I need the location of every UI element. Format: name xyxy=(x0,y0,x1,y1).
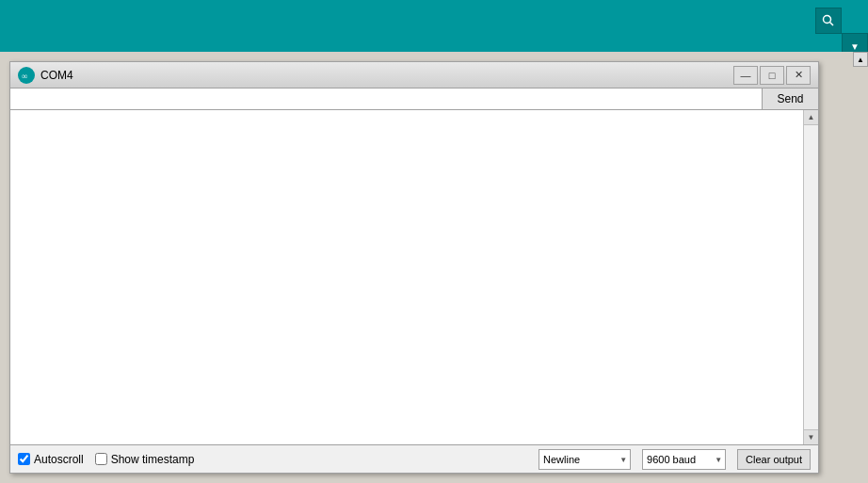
output-scrollbar: ▲ ▼ xyxy=(803,110,818,444)
maximize-button[interactable]: □ xyxy=(760,66,784,85)
up-arrow-icon: ▲ xyxy=(808,113,815,121)
baud-select[interactable]: 300 baud 1200 baud 2400 baud 4800 baud 9… xyxy=(642,449,726,470)
timestamp-checkbox[interactable] xyxy=(95,453,107,465)
newline-select-wrapper: No line ending Newline Carriage return B… xyxy=(538,449,631,470)
up-arrow-icon: ▲ xyxy=(857,56,864,64)
scrollbar-down-button[interactable]: ▼ xyxy=(804,429,818,444)
bottom-bar: Autoscroll Show timestamp No line ending… xyxy=(10,444,818,473)
title-bar: ∞ COM4 — □ ✕ xyxy=(10,62,818,89)
send-button[interactable]: Send xyxy=(762,89,818,109)
clear-output-button[interactable]: Clear output xyxy=(737,449,811,470)
newline-select[interactable]: No line ending Newline Carriage return B… xyxy=(538,449,631,470)
autoscroll-text: Autoscroll xyxy=(34,453,84,466)
chevron-down-icon: ▼ xyxy=(850,41,860,52)
minimize-button[interactable]: — xyxy=(733,66,758,85)
scrollbar-up-button[interactable]: ▲ xyxy=(804,110,818,125)
timestamp-label[interactable]: Show timestamp xyxy=(95,453,195,466)
scroll-up-arrow[interactable]: ▲ xyxy=(853,52,868,67)
app-icon: ∞ xyxy=(18,67,35,84)
search-button[interactable] xyxy=(815,8,842,34)
top-toolbar: ▼ xyxy=(0,0,868,52)
main-area: ∞ COM4 — □ ✕ Send ▲ ▼ xyxy=(0,52,853,483)
svg-point-0 xyxy=(824,16,831,24)
autoscroll-label[interactable]: Autoscroll xyxy=(18,453,84,466)
timestamp-text: Show timestamp xyxy=(111,453,195,466)
serial-monitor-window: ∞ COM4 — □ ✕ Send ▲ ▼ xyxy=(9,61,819,474)
input-row: Send xyxy=(10,89,818,110)
output-area: ▲ ▼ xyxy=(10,110,818,444)
baud-select-wrapper: 300 baud 1200 baud 2400 baud 4800 baud 9… xyxy=(642,449,726,470)
autoscroll-checkbox[interactable] xyxy=(18,453,30,465)
window-title: COM4 xyxy=(40,69,731,82)
down-arrow-icon: ▼ xyxy=(808,433,815,442)
close-button[interactable]: ✕ xyxy=(786,66,811,85)
svg-text:∞: ∞ xyxy=(22,72,27,81)
svg-line-1 xyxy=(830,23,834,26)
main-scrollbar: ▲ xyxy=(853,52,868,483)
serial-input[interactable] xyxy=(10,89,762,109)
